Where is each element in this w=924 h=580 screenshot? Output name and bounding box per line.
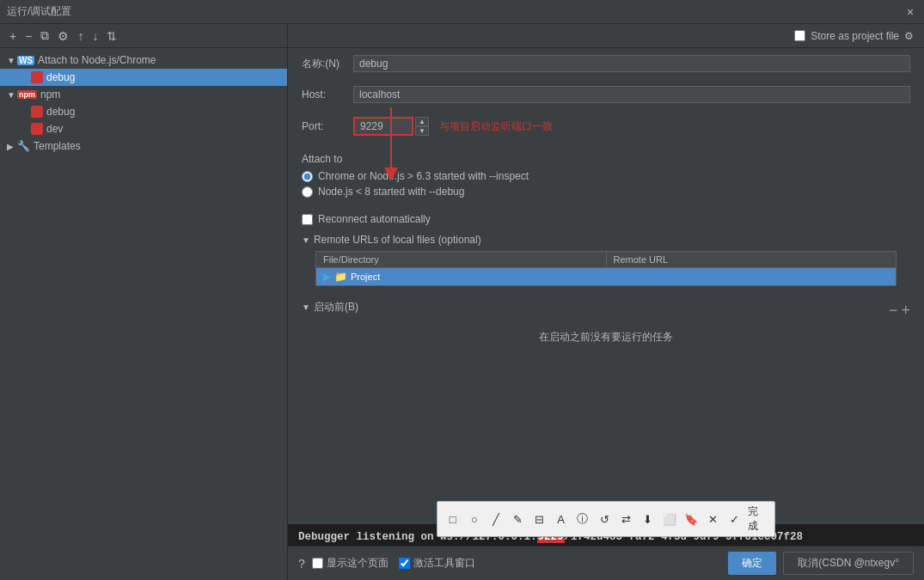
annot-undo-button[interactable]: ↺ xyxy=(597,510,613,528)
spacer xyxy=(21,125,31,134)
annot-line-button[interactable]: ╱ xyxy=(487,510,504,528)
reconnect-row: Reconnect automatically xyxy=(288,208,924,230)
sidebar-item-label: debug xyxy=(46,106,75,118)
wrench-icon: 🔧 xyxy=(17,140,30,152)
remove-config-button[interactable]: − xyxy=(22,28,34,44)
port-spinner: ▲ ▼ xyxy=(415,117,429,136)
radio-option-debug[interactable]: Node.js < 8 started with --debug xyxy=(302,186,910,198)
add-config-button[interactable]: + xyxy=(7,28,19,44)
annot-pen-button[interactable]: ✎ xyxy=(510,510,526,528)
settings-gear-icon[interactable]: ⚙ xyxy=(904,30,914,42)
before-launch-caret: ▼ xyxy=(302,302,310,312)
spacer xyxy=(21,107,31,117)
sidebar-item-npm-group[interactable]: ▼ npm npm xyxy=(0,86,287,103)
remote-urls-caret: ▼ xyxy=(302,235,310,245)
right-panel: Store as project file ⚙ 名称:(N) Host: Po xyxy=(288,24,924,580)
radio-inspect-label: Chrome or Node.js > 6.3 started with --i… xyxy=(318,170,529,182)
config-icon xyxy=(31,106,43,118)
before-launch-minus-button[interactable]: − xyxy=(889,302,898,318)
sidebar-item-debug-node[interactable]: debug xyxy=(0,69,287,86)
table-cell-url xyxy=(606,268,896,285)
sidebar-item-dev-npm[interactable]: dev xyxy=(0,120,287,137)
store-file-label: Store as project file xyxy=(811,30,899,42)
col-file-header: File/Directory xyxy=(316,252,607,267)
move-up-button[interactable]: ↑ xyxy=(75,28,86,44)
expand-arrow: ▶ xyxy=(7,142,17,151)
reconnect-label: Reconnect automatically xyxy=(318,213,431,225)
cancel-button[interactable]: 取消(CSDN @ntxegv° xyxy=(783,552,914,575)
port-increment-button[interactable]: ▲ xyxy=(415,117,429,126)
radio-inspect[interactable] xyxy=(302,171,313,182)
table-row[interactable]: ▶ 📁 Project xyxy=(316,268,896,285)
annot-text-button[interactable]: A xyxy=(553,510,569,528)
port-input[interactable] xyxy=(353,117,413,136)
remote-urls-label: Remote URLs of local files (optional) xyxy=(314,234,481,246)
annot-bookmark-button[interactable]: 🔖 xyxy=(682,510,699,528)
sidebar-item-debug-npm[interactable]: debug xyxy=(0,103,287,120)
show-page-checkbox[interactable] xyxy=(312,558,323,569)
port-note: 与项目启动监听端口一致 xyxy=(439,119,553,134)
window: 运行/调试配置 × + − ⧉ ⚙ ↑ ↓ ⇅ ▼ WS xyxy=(0,0,924,580)
annot-done-button[interactable]: 完成 xyxy=(748,504,768,534)
radio-debug[interactable] xyxy=(302,186,313,198)
move-down-button[interactable]: ↓ xyxy=(89,28,101,44)
radio-debug-label: Node.js < 8 started with --debug xyxy=(318,186,464,198)
copy-config-button[interactable]: ⧉ xyxy=(38,27,52,44)
annot-close-button[interactable]: ✕ xyxy=(705,510,721,528)
remote-urls-table: File/Directory Remote URL ▶ 📁 Project xyxy=(315,251,896,286)
annot-circle-button[interactable]: ○ xyxy=(466,510,482,528)
config-icon xyxy=(31,123,43,135)
before-launch-header[interactable]: ▼ 启动前(B) xyxy=(302,300,358,314)
confirm-button[interactable]: 确定 xyxy=(728,552,776,575)
store-file-option: Store as project file ⚙ xyxy=(794,30,914,42)
remote-urls-header[interactable]: ▼ Remote URLs of local files (optional) xyxy=(302,234,910,246)
close-button[interactable]: × xyxy=(907,7,917,17)
before-launch-label: 启动前(B) xyxy=(314,300,358,314)
help-button[interactable]: ? xyxy=(298,557,305,571)
annot-crop-button[interactable]: ⊟ xyxy=(531,510,548,528)
annot-download-button[interactable]: ⬇ xyxy=(639,510,656,528)
sidebar-tree: ▼ WS Attach to Node.js/Chrome debug ▼ np… xyxy=(0,48,287,580)
remote-urls-section: ▼ Remote URLs of local files (optional) … xyxy=(288,230,924,296)
sidebar-item-label: debug xyxy=(46,71,75,83)
name-row: 名称:(N) xyxy=(288,48,924,76)
main-container: + − ⧉ ⚙ ↑ ↓ ⇅ ▼ WS Attach to Node.js/Chr… xyxy=(0,24,924,580)
sidebar-item-label: Templates xyxy=(34,140,81,152)
settings-config-button[interactable]: ⚙ xyxy=(55,28,71,44)
host-input[interactable] xyxy=(353,86,910,103)
annot-swap-button[interactable]: ⇄ xyxy=(618,510,634,528)
annot-info-button[interactable]: ⓘ xyxy=(574,510,591,528)
show-page-label: 显示这个页面 xyxy=(327,556,389,571)
table-header: File/Directory Remote URL xyxy=(316,252,896,268)
form-area: 名称:(N) Host: Port: ▲ ▼ xyxy=(288,48,924,524)
annot-rect-button[interactable]: □ xyxy=(444,510,461,528)
activate-window-label: 激活工具窗口 xyxy=(413,556,475,571)
port-input-wrapper: ▲ ▼ xyxy=(353,117,429,136)
name-input[interactable] xyxy=(353,55,910,72)
reconnect-checkbox[interactable] xyxy=(302,214,313,225)
annot-check-button[interactable]: ✓ xyxy=(726,510,743,528)
annotation-toolbar: □ ○ ╱ ✎ ⊟ A ⓘ ↺ ⇄ ⬇ ⬜ 🔖 ✕ ✓ 完成 xyxy=(437,501,775,537)
table-cell-file-label: Project xyxy=(351,272,380,282)
port-label: Port: xyxy=(302,120,353,132)
radio-option-inspect[interactable]: Chrome or Node.js > 6.3 started with --i… xyxy=(302,170,910,182)
activate-window-checkbox[interactable] xyxy=(399,558,410,569)
sort-button[interactable]: ⇅ xyxy=(104,28,119,44)
before-launch-add-button[interactable]: + xyxy=(901,302,910,318)
port-decrement-button[interactable]: ▼ xyxy=(415,126,429,136)
port-row: Port: ▲ ▼ 与项目启动监听端口一致 xyxy=(288,113,924,139)
col-url-header: Remote URL xyxy=(607,252,896,267)
sidebar-item-templates[interactable]: ▶ 🔧 Templates xyxy=(0,137,287,155)
before-launch-header-row: ▼ 启动前(B) − + xyxy=(302,300,910,320)
before-launch-empty-text: 在启动之前没有要运行的任务 xyxy=(539,331,673,343)
sidebar-item-attach-group[interactable]: ▼ WS Attach to Node.js/Chrome xyxy=(0,52,287,69)
store-file-checkbox[interactable] xyxy=(794,30,805,41)
before-launch-section: ▼ 启动前(B) − + 在启动之前没有要运行的任务 xyxy=(288,296,924,358)
attach-to-section: Attach to Chrome or Node.js > 6.3 starte… xyxy=(288,146,924,208)
before-launch-empty-state: 在启动之前没有要运行的任务 xyxy=(302,320,910,355)
titlebar: 运行/调试配置 × xyxy=(0,0,924,24)
activate-window-option: 激活工具窗口 xyxy=(399,556,475,571)
annot-rect2-button[interactable]: ⬜ xyxy=(661,510,677,528)
npm-icon: npm xyxy=(17,90,37,99)
before-launch-actions: − + xyxy=(889,302,910,318)
